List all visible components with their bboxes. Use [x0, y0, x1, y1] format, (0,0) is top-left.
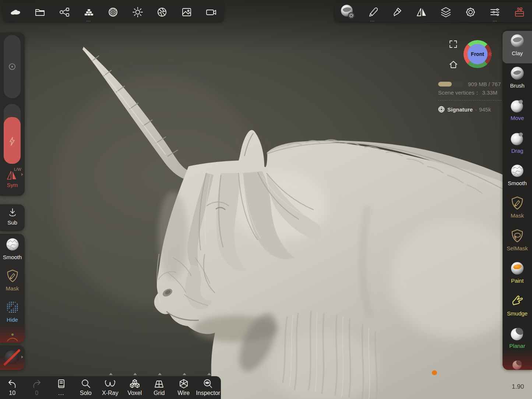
tool-clay[interactable]: Clay: [503, 31, 532, 63]
more-dots: ...: [77, 18, 101, 22]
sub-panel: Sub: [0, 204, 25, 231]
sym-expand-arrow: [21, 173, 23, 176]
voxel-options-caret[interactable]: [133, 373, 137, 375]
parameters-sliders-button[interactable]: ...: [483, 2, 507, 22]
symmetry-button[interactable]: [409, 2, 434, 22]
inspector-options-caret[interactable]: [207, 373, 211, 375]
memory-bar: [438, 82, 463, 86]
gizmo-quick-icon: [4, 330, 21, 343]
scene-vertices: Scene vertices：3.33M: [438, 89, 497, 96]
matcap-button[interactable]: [101, 2, 126, 22]
undo-button[interactable]: 10: [0, 376, 25, 399]
tool-drag[interactable]: Drag: [503, 128, 532, 161]
xray-label: X-Ray: [102, 390, 118, 396]
undo-count: 10: [9, 390, 15, 396]
tool-selmask[interactable]: SelMask: [503, 226, 532, 258]
scene-graph-button[interactable]: [52, 2, 77, 22]
radius-slider[interactable]: [4, 35, 21, 98]
quick-smooth-label: Smooth: [3, 254, 22, 260]
background-image-button[interactable]: [175, 2, 199, 22]
tool-panel: Clay Brush Move Drag Smooth: [503, 29, 532, 370]
grid-label: Grid: [154, 390, 165, 396]
selmask-tool-icon: [509, 227, 526, 244]
more-dots: ...: [360, 18, 385, 22]
quick-gizmo-partial[interactable]: [0, 330, 25, 343]
tool-move[interactable]: Move: [503, 96, 532, 128]
stroke-indicator-dot: [432, 370, 437, 375]
smudge-tool-icon: [509, 293, 526, 310]
open-folder-button[interactable]: [28, 2, 52, 22]
xray-options-caret[interactable]: [109, 373, 113, 375]
paint-tool-icon: [509, 260, 526, 277]
quick-hide[interactable]: Hide: [0, 299, 25, 323]
tool-smooth[interactable]: Smooth: [503, 161, 532, 193]
settings-gear-button[interactable]: [458, 2, 483, 22]
paint-settings-button[interactable]: [385, 2, 409, 22]
xray-button[interactable]: X-Ray: [98, 376, 123, 399]
top-right-toolbar: ... ...: [334, 2, 532, 22]
material-sphere-button[interactable]: [336, 2, 360, 22]
toolbox-button[interactable]: [507, 2, 532, 22]
symmetry-toggle[interactable]: L/W Sym: [0, 167, 25, 193]
signature-row: Signature · 945k: [438, 106, 491, 113]
tool-label: Smudge: [507, 310, 528, 317]
wire-options-caret[interactable]: [183, 373, 186, 375]
postprocess-button[interactable]: [150, 2, 175, 22]
signature-value: 945k: [479, 106, 491, 113]
no-material-icon: [3, 348, 21, 366]
redo-button[interactable]: 0: [25, 376, 49, 399]
home-view-icon[interactable]: [449, 60, 458, 69]
orientation-gizmo[interactable]: Front R: [462, 39, 493, 70]
quick-smooth[interactable]: Smooth: [0, 236, 25, 260]
mask-quick-icon: [4, 268, 21, 284]
tool-label: SelMask: [507, 245, 528, 251]
brush-tool-icon: [509, 65, 526, 82]
notes-button[interactable]: ...: [49, 376, 74, 399]
tool-planar[interactable]: Planar: [503, 324, 532, 356]
tool-label: Clay: [512, 50, 523, 56]
intensity-slider[interactable]: [4, 104, 21, 164]
wireframe-sphere-icon: [438, 106, 445, 113]
tool-label: Planar: [509, 343, 525, 349]
grid-button[interactable]: Grid: [147, 376, 172, 399]
inspector-label: Inspector: [196, 390, 220, 396]
planar-tool-icon: [509, 325, 526, 342]
solo-button[interactable]: Solo: [74, 376, 98, 399]
voxel-button[interactable]: Voxel: [123, 376, 147, 399]
grid-options-caret[interactable]: [158, 373, 162, 375]
zoom-level: 1.90: [512, 383, 524, 391]
tool-mask[interactable]: Mask: [503, 193, 532, 226]
lighting-button[interactable]: [126, 2, 150, 22]
memory-bar-fill: [438, 82, 452, 86]
wire-button[interactable]: Wire: [172, 376, 196, 399]
top-left-toolbar: ...: [3, 2, 224, 22]
quick-mask[interactable]: Mask: [0, 268, 25, 292]
material-panel: [0, 345, 25, 370]
notes-more-label: ...: [58, 390, 64, 396]
wire-label: Wire: [177, 390, 190, 396]
layers-button[interactable]: [434, 2, 458, 22]
redo-count: 0: [35, 390, 38, 396]
tool-smudge[interactable]: Smudge: [503, 291, 532, 324]
camera-button[interactable]: [199, 2, 223, 22]
tool-flatten-partial[interactable]: [503, 356, 532, 370]
sub-label: Sub: [7, 219, 17, 226]
inspector-button[interactable]: Inspector: [196, 376, 221, 399]
move-tool-icon: [509, 97, 526, 114]
gizmo-front-label: Front: [471, 51, 484, 57]
fullscreen-icon[interactable]: [449, 40, 458, 49]
pencil-stroke-button[interactable]: ...: [360, 2, 385, 22]
quick-tools-panel: Smooth Mask Hide: [0, 234, 25, 343]
tool-brush[interactable]: Brush: [503, 63, 532, 96]
flatten-tool-icon: [509, 358, 526, 370]
material-expand-arrow: [21, 356, 23, 359]
tool-paint[interactable]: Paint: [503, 258, 532, 291]
bake-layers-button[interactable]: ...: [77, 2, 101, 22]
no-material-button[interactable]: [3, 348, 21, 367]
bottom-toolbar: 10 0 ... Solo X-Ray Voxel Grid Wire Insp…: [0, 376, 221, 399]
stroke-settings-panel: L/W Sym: [0, 32, 25, 196]
quick-mask-label: Mask: [6, 285, 19, 292]
app-logo-button[interactable]: [3, 2, 28, 22]
sub-toggle[interactable]: Sub: [0, 207, 25, 226]
voxel-label: Voxel: [127, 390, 142, 396]
